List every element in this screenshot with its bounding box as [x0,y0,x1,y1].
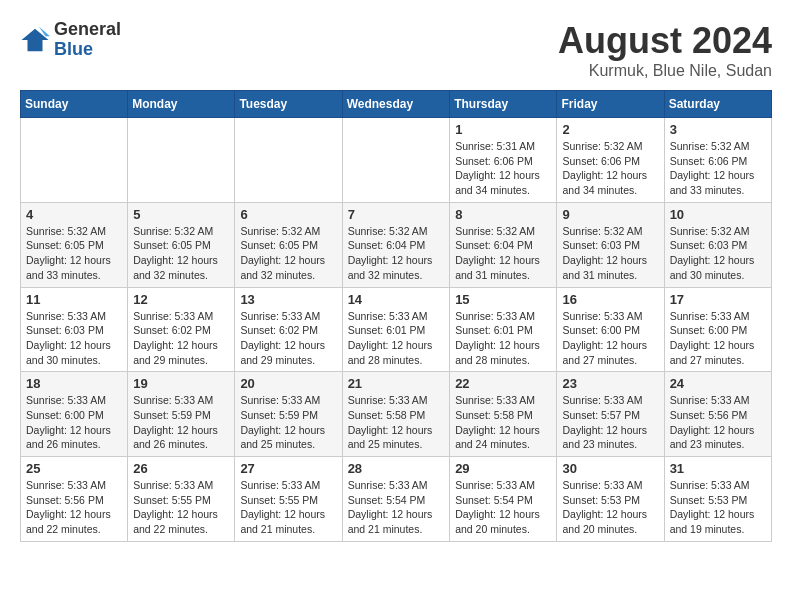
calendar-cell: 30Sunrise: 5:33 AM Sunset: 5:53 PM Dayli… [557,457,664,542]
logo-blue-text: Blue [54,40,121,60]
day-info: Sunrise: 5:33 AM Sunset: 5:54 PM Dayligh… [455,478,551,537]
day-info: Sunrise: 5:33 AM Sunset: 6:00 PM Dayligh… [670,309,766,368]
day-info: Sunrise: 5:32 AM Sunset: 6:06 PM Dayligh… [562,139,658,198]
day-number: 22 [455,376,551,391]
calendar-header-row: SundayMondayTuesdayWednesdayThursdayFrid… [21,91,772,118]
day-number: 10 [670,207,766,222]
day-number: 31 [670,461,766,476]
logo: General Blue [20,20,121,60]
day-info: Sunrise: 5:32 AM Sunset: 6:03 PM Dayligh… [670,224,766,283]
calendar-cell: 28Sunrise: 5:33 AM Sunset: 5:54 PM Dayli… [342,457,450,542]
day-number: 29 [455,461,551,476]
calendar-cell: 5Sunrise: 5:32 AM Sunset: 6:05 PM Daylig… [128,202,235,287]
day-number: 8 [455,207,551,222]
day-number: 9 [562,207,658,222]
calendar-cell: 7Sunrise: 5:32 AM Sunset: 6:04 PM Daylig… [342,202,450,287]
day-info: Sunrise: 5:33 AM Sunset: 6:01 PM Dayligh… [455,309,551,368]
day-number: 19 [133,376,229,391]
calendar-cell: 9Sunrise: 5:32 AM Sunset: 6:03 PM Daylig… [557,202,664,287]
calendar-cell: 17Sunrise: 5:33 AM Sunset: 6:00 PM Dayli… [664,287,771,372]
calendar-cell [235,118,342,203]
day-info: Sunrise: 5:33 AM Sunset: 5:59 PM Dayligh… [240,393,336,452]
calendar-cell: 18Sunrise: 5:33 AM Sunset: 6:00 PM Dayli… [21,372,128,457]
day-number: 17 [670,292,766,307]
day-number: 25 [26,461,122,476]
day-info: Sunrise: 5:33 AM Sunset: 6:00 PM Dayligh… [26,393,122,452]
day-number: 6 [240,207,336,222]
calendar-subtitle: Kurmuk, Blue Nile, Sudan [558,62,772,80]
calendar-cell: 15Sunrise: 5:33 AM Sunset: 6:01 PM Dayli… [450,287,557,372]
day-number: 20 [240,376,336,391]
day-info: Sunrise: 5:33 AM Sunset: 5:55 PM Dayligh… [133,478,229,537]
day-number: 30 [562,461,658,476]
calendar-title: August 2024 [558,20,772,62]
day-number: 1 [455,122,551,137]
day-info: Sunrise: 5:32 AM Sunset: 6:03 PM Dayligh… [562,224,658,283]
page-header: General Blue August 2024 Kurmuk, Blue Ni… [20,20,772,80]
day-number: 11 [26,292,122,307]
day-info: Sunrise: 5:33 AM Sunset: 6:00 PM Dayligh… [562,309,658,368]
calendar-cell: 10Sunrise: 5:32 AM Sunset: 6:03 PM Dayli… [664,202,771,287]
day-number: 4 [26,207,122,222]
calendar-week-row: 25Sunrise: 5:33 AM Sunset: 5:56 PM Dayli… [21,457,772,542]
calendar-cell: 29Sunrise: 5:33 AM Sunset: 5:54 PM Dayli… [450,457,557,542]
calendar-cell: 22Sunrise: 5:33 AM Sunset: 5:58 PM Dayli… [450,372,557,457]
day-info: Sunrise: 5:33 AM Sunset: 5:59 PM Dayligh… [133,393,229,452]
day-info: Sunrise: 5:33 AM Sunset: 5:57 PM Dayligh… [562,393,658,452]
calendar-cell: 20Sunrise: 5:33 AM Sunset: 5:59 PM Dayli… [235,372,342,457]
day-number: 13 [240,292,336,307]
calendar-cell: 31Sunrise: 5:33 AM Sunset: 5:53 PM Dayli… [664,457,771,542]
day-info: Sunrise: 5:33 AM Sunset: 5:56 PM Dayligh… [670,393,766,452]
day-info: Sunrise: 5:32 AM Sunset: 6:06 PM Dayligh… [670,139,766,198]
day-info: Sunrise: 5:33 AM Sunset: 5:53 PM Dayligh… [562,478,658,537]
day-number: 15 [455,292,551,307]
day-number: 21 [348,376,445,391]
day-number: 3 [670,122,766,137]
day-info: Sunrise: 5:33 AM Sunset: 5:54 PM Dayligh… [348,478,445,537]
day-number: 12 [133,292,229,307]
day-number: 5 [133,207,229,222]
calendar-cell: 6Sunrise: 5:32 AM Sunset: 6:05 PM Daylig… [235,202,342,287]
title-block: August 2024 Kurmuk, Blue Nile, Sudan [558,20,772,80]
day-number: 16 [562,292,658,307]
calendar-week-row: 1Sunrise: 5:31 AM Sunset: 6:06 PM Daylig… [21,118,772,203]
calendar-cell: 16Sunrise: 5:33 AM Sunset: 6:00 PM Dayli… [557,287,664,372]
day-info: Sunrise: 5:33 AM Sunset: 5:58 PM Dayligh… [455,393,551,452]
calendar-week-row: 18Sunrise: 5:33 AM Sunset: 6:00 PM Dayli… [21,372,772,457]
day-info: Sunrise: 5:33 AM Sunset: 5:56 PM Dayligh… [26,478,122,537]
calendar-cell [128,118,235,203]
day-info: Sunrise: 5:32 AM Sunset: 6:04 PM Dayligh… [455,224,551,283]
calendar-cell [342,118,450,203]
calendar-cell: 13Sunrise: 5:33 AM Sunset: 6:02 PM Dayli… [235,287,342,372]
header-wednesday: Wednesday [342,91,450,118]
day-info: Sunrise: 5:32 AM Sunset: 6:05 PM Dayligh… [133,224,229,283]
logo-general-text: General [54,20,121,40]
calendar-cell [21,118,128,203]
calendar-cell: 4Sunrise: 5:32 AM Sunset: 6:05 PM Daylig… [21,202,128,287]
day-info: Sunrise: 5:33 AM Sunset: 5:53 PM Dayligh… [670,478,766,537]
day-number: 27 [240,461,336,476]
calendar-cell: 23Sunrise: 5:33 AM Sunset: 5:57 PM Dayli… [557,372,664,457]
calendar-week-row: 11Sunrise: 5:33 AM Sunset: 6:03 PM Dayli… [21,287,772,372]
calendar-cell: 2Sunrise: 5:32 AM Sunset: 6:06 PM Daylig… [557,118,664,203]
calendar-cell: 25Sunrise: 5:33 AM Sunset: 5:56 PM Dayli… [21,457,128,542]
calendar-cell: 12Sunrise: 5:33 AM Sunset: 6:02 PM Dayli… [128,287,235,372]
calendar-cell: 1Sunrise: 5:31 AM Sunset: 6:06 PM Daylig… [450,118,557,203]
day-number: 26 [133,461,229,476]
header-thursday: Thursday [450,91,557,118]
calendar-table: SundayMondayTuesdayWednesdayThursdayFrid… [20,90,772,542]
logo-icon [20,25,50,55]
day-info: Sunrise: 5:32 AM Sunset: 6:05 PM Dayligh… [240,224,336,283]
day-number: 24 [670,376,766,391]
day-info: Sunrise: 5:31 AM Sunset: 6:06 PM Dayligh… [455,139,551,198]
day-number: 7 [348,207,445,222]
day-info: Sunrise: 5:33 AM Sunset: 6:02 PM Dayligh… [240,309,336,368]
calendar-cell: 11Sunrise: 5:33 AM Sunset: 6:03 PM Dayli… [21,287,128,372]
calendar-cell: 24Sunrise: 5:33 AM Sunset: 5:56 PM Dayli… [664,372,771,457]
calendar-cell: 8Sunrise: 5:32 AM Sunset: 6:04 PM Daylig… [450,202,557,287]
day-info: Sunrise: 5:33 AM Sunset: 5:58 PM Dayligh… [348,393,445,452]
header-monday: Monday [128,91,235,118]
day-info: Sunrise: 5:33 AM Sunset: 6:01 PM Dayligh… [348,309,445,368]
calendar-cell: 21Sunrise: 5:33 AM Sunset: 5:58 PM Dayli… [342,372,450,457]
calendar-week-row: 4Sunrise: 5:32 AM Sunset: 6:05 PM Daylig… [21,202,772,287]
